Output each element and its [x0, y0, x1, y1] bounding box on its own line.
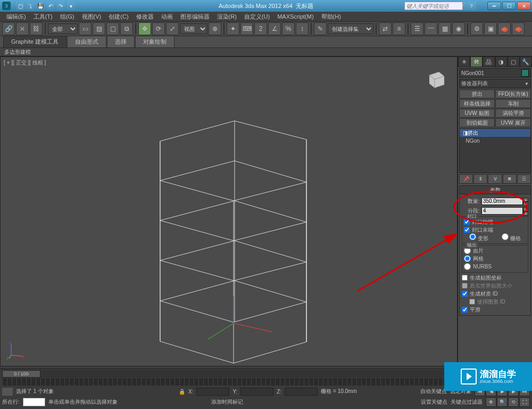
- layers-icon[interactable]: ☰: [411, 22, 423, 35]
- modifier-list-dropdown[interactable]: 修改器列表▼: [459, 79, 531, 88]
- z-coord-input[interactable]: [285, 388, 318, 396]
- stack-show-icon[interactable]: Ⅱ: [473, 174, 487, 184]
- grid-radio[interactable]: [502, 233, 509, 240]
- render-frame-icon[interactable]: ▣: [484, 22, 497, 35]
- pivot-icon[interactable]: ⊕: [209, 22, 221, 35]
- manipulate-icon[interactable]: ✦: [227, 22, 239, 35]
- keyboard-icon[interactable]: ⌨: [240, 22, 253, 35]
- segments-spin-up[interactable]: ▲: [523, 207, 528, 211]
- tab-modify-icon[interactable]: 🛠: [470, 56, 483, 67]
- schematic-icon[interactable]: ▦: [438, 22, 451, 35]
- ribbon-tab-objectpaint[interactable]: 对象绘制: [135, 36, 174, 47]
- ribbon-panel-label[interactable]: 多边形建模: [0, 48, 532, 56]
- tab-display-icon[interactable]: ▢: [508, 56, 520, 67]
- render-setup-icon[interactable]: ⚙: [470, 22, 483, 35]
- menu-rendering[interactable]: 渲染(R): [214, 12, 240, 21]
- link-icon[interactable]: 🔗: [2, 22, 15, 35]
- segments-spin-down[interactable]: ▼: [523, 211, 528, 216]
- viewcube[interactable]: [423, 67, 447, 91]
- mod-btn-spline[interactable]: 样条线选择: [459, 99, 495, 108]
- render-icon[interactable]: 🫖: [498, 22, 511, 35]
- select-rotate-icon[interactable]: ⟳: [152, 22, 165, 35]
- select-scale-icon[interactable]: ⤢: [166, 22, 179, 35]
- curve-editor-icon[interactable]: 〰: [425, 22, 437, 35]
- menu-grapheditors[interactable]: 图形编辑器: [177, 12, 213, 21]
- morph-radio[interactable]: [469, 233, 476, 240]
- mirror-icon[interactable]: ⇄: [379, 22, 392, 35]
- realworld-checkbox[interactable]: [462, 283, 468, 289]
- snap-percent-icon[interactable]: %: [282, 22, 295, 35]
- use-shape-checkbox[interactable]: [469, 299, 475, 305]
- nav-pan-icon[interactable]: ✥: [486, 397, 496, 407]
- app-icon[interactable]: 3: [2, 2, 11, 10]
- add-time-tag[interactable]: 添加时间标记: [211, 398, 243, 406]
- snap-2d-icon[interactable]: 2: [254, 22, 267, 35]
- align-icon[interactable]: ≡: [393, 22, 405, 35]
- spinner-snap-icon[interactable]: ↕: [296, 22, 309, 35]
- ribbon-tab-freeform[interactable]: 自由形式: [67, 36, 106, 47]
- menu-edit[interactable]: 编辑(E): [3, 12, 29, 21]
- y-coord-input[interactable]: [240, 388, 273, 396]
- qat-save-icon[interactable]: 💾: [36, 2, 45, 10]
- bind-icon[interactable]: ⛓: [30, 22, 43, 35]
- mod-btn-lathe[interactable]: 车削: [495, 99, 531, 108]
- script-icon[interactable]: [2, 388, 13, 396]
- maxscript-input[interactable]: [23, 398, 45, 406]
- viewport[interactable]: [ + ][ 正交 ][ 线框 ]: [0, 56, 458, 366]
- qat-new-icon[interactable]: ▢: [16, 2, 24, 10]
- named-sel-edit-icon[interactable]: ✎: [314, 22, 327, 35]
- nav-zoom-icon[interactable]: 🔍: [497, 397, 508, 407]
- stack-config-icon[interactable]: ☰: [517, 174, 531, 184]
- menu-create[interactable]: 创建(C): [105, 12, 131, 21]
- ref-coord-system[interactable]: 视图: [180, 23, 207, 34]
- tab-motion-icon[interactable]: ◑: [495, 56, 508, 67]
- star-icon[interactable]: ★: [456, 2, 466, 10]
- keyfilter-button[interactable]: 关键点过滤器: [451, 398, 483, 406]
- lock-icon[interactable]: 🔒: [179, 389, 185, 395]
- select-move-icon[interactable]: ✥: [138, 22, 151, 35]
- mod-btn-unwrap[interactable]: UVW 展开: [495, 118, 531, 127]
- mod-btn-extrude[interactable]: 挤出: [459, 89, 495, 99]
- tab-utilities-icon[interactable]: 🔧: [520, 56, 532, 67]
- amount-input[interactable]: 350.0mm: [481, 198, 523, 205]
- infocenter-icon[interactable]: ⓘ: [446, 2, 456, 10]
- menu-help[interactable]: 帮助(H): [318, 12, 344, 21]
- menu-group[interactable]: 组(G): [57, 12, 78, 21]
- mesh-radio[interactable]: [464, 255, 471, 262]
- segments-input[interactable]: 4: [481, 207, 523, 215]
- mod-btn-slice[interactable]: 剖切截面: [459, 118, 495, 127]
- material-editor-icon[interactable]: ◉: [452, 22, 465, 35]
- setkey-button[interactable]: 设置关键点: [421, 398, 447, 406]
- qat-more-icon[interactable]: ▾: [66, 2, 75, 10]
- autokey-button[interactable]: 自动关键点: [420, 388, 447, 395]
- select-region-icon[interactable]: ▢: [106, 22, 119, 35]
- stack-pin-icon[interactable]: 📌: [459, 174, 473, 184]
- amount-spin-up[interactable]: ▲: [523, 198, 528, 202]
- help-icon[interactable]: ?: [467, 2, 476, 10]
- selection-filter[interactable]: 全部: [48, 23, 78, 34]
- time-slider-handle[interactable]: 0 / 100: [2, 370, 40, 378]
- mod-btn-uvwmap[interactable]: UVW 贴图: [459, 109, 495, 118]
- object-name-field[interactable]: NGon001: [459, 68, 531, 78]
- ribbon-tab-selection[interactable]: 选择: [107, 36, 135, 47]
- rollout-header[interactable]: 参数: [460, 186, 530, 194]
- stack-item-ngon[interactable]: NGon: [460, 137, 530, 145]
- render-prod-icon[interactable]: 🫖: [512, 22, 525, 35]
- modifier-stack[interactable]: ◨ 挤出 NGon: [459, 128, 531, 173]
- menu-animation[interactable]: 动画: [158, 12, 176, 21]
- x-coord-input[interactable]: [196, 388, 229, 396]
- stack-item-extrude[interactable]: ◨ 挤出: [460, 129, 530, 137]
- mod-btn-ffd[interactable]: FFD(长方体): [495, 89, 531, 99]
- qat-open-icon[interactable]: ⤵: [26, 2, 35, 10]
- stack-unique-icon[interactable]: ∀: [488, 174, 502, 184]
- amount-spin-down[interactable]: ▼: [523, 202, 528, 206]
- close-button[interactable]: ✕: [517, 2, 531, 10]
- select-icon[interactable]: ▭: [79, 22, 92, 35]
- gen-mapping-checkbox[interactable]: [462, 275, 468, 281]
- smooth-checkbox[interactable]: [462, 307, 468, 313]
- named-selection-set[interactable]: 创建选择集: [328, 23, 373, 34]
- nav-max-icon[interactable]: ⛶: [519, 397, 530, 407]
- select-name-icon[interactable]: ▤: [93, 22, 105, 35]
- object-color-swatch[interactable]: [521, 69, 529, 77]
- stack-remove-icon[interactable]: ✖: [503, 174, 517, 184]
